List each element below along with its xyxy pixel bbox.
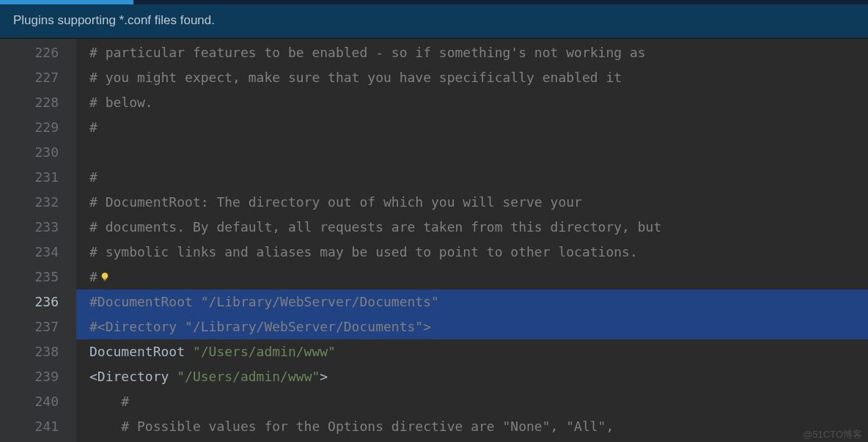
line-number[interactable]: 238 (0, 339, 59, 364)
code-line[interactable]: # (76, 389, 868, 414)
line-number-gutter[interactable]: 2262272282292302312322332342352362372382… (0, 39, 76, 442)
comment-text: # documents. By default, all requests ar… (89, 219, 661, 235)
code-line[interactable] (76, 140, 868, 165)
code-line[interactable]: # (76, 115, 868, 140)
comment-text: # (89, 119, 98, 135)
line-number[interactable]: 228 (0, 90, 59, 115)
code-area[interactable]: # particular features to be enabled - so… (76, 39, 868, 442)
line-number[interactable]: 232 (0, 190, 59, 215)
line-number[interactable]: 239 (0, 364, 59, 389)
comment-text: # DocumentRoot: The directory out of whi… (89, 194, 582, 210)
tag-open: < (89, 369, 98, 384)
directive-key: DocumentRoot (89, 344, 193, 359)
line-number[interactable]: 230 (0, 140, 59, 165)
line-number[interactable]: 240 (0, 389, 59, 414)
line-number[interactable]: 236 (0, 290, 59, 314)
comment-text: # you might expect, make sure that you h… (89, 70, 622, 85)
comment-text: # (89, 269, 98, 284)
line-number[interactable]: 227 (0, 65, 59, 90)
code-editor[interactable]: 2262272282292302312322332342352362372382… (0, 39, 868, 442)
line-number[interactable]: 237 (0, 314, 59, 339)
comment-text: # particular features to be enabled - so… (89, 45, 646, 60)
intention-bulb-icon[interactable] (99, 271, 111, 283)
line-number[interactable]: 233 (0, 215, 59, 240)
line-number[interactable]: 235 (0, 265, 59, 290)
comment-text: #DocumentRoot "/Library/WebServer/Docume… (89, 294, 439, 309)
notification-text: Plugins supporting *.conf files found. (13, 13, 215, 27)
progress-bar (0, 0, 868, 4)
comment-text: # below. (89, 95, 153, 110)
code-line[interactable]: # (76, 265, 868, 290)
code-line[interactable]: # symbolic links and aliases may be used… (76, 240, 868, 265)
tag-name: Directory (98, 369, 169, 384)
line-number[interactable]: 231 (0, 165, 59, 190)
code-line[interactable]: # Possible values for the Options direct… (76, 414, 868, 439)
svg-rect-2 (103, 280, 106, 281)
code-line[interactable]: #<Directory "/Library/WebServer/Document… (76, 314, 868, 339)
line-number[interactable]: 229 (0, 115, 59, 140)
code-line[interactable]: # you might expect, make sure that you h… (76, 65, 868, 90)
code-line[interactable]: # documents. By default, all requests ar… (76, 215, 868, 240)
code-line[interactable]: <Directory "/Users/admin/www"> (76, 364, 868, 389)
tag-arg: "/Users/admin/www" (177, 369, 320, 384)
code-line[interactable]: # DocumentRoot: The directory out of whi… (76, 190, 868, 215)
line-number[interactable]: 241 (0, 414, 59, 439)
code-line[interactable]: # below. (76, 90, 868, 115)
comment-text: # symbolic links and aliases may be used… (89, 244, 638, 259)
blank-line (89, 144, 98, 160)
comment-text: # (89, 169, 98, 185)
progress-bar-fill (0, 0, 133, 4)
comment-text: #<Directory "/Library/WebServer/Document… (89, 319, 431, 334)
code-line[interactable]: # particular features to be enabled - so… (76, 40, 868, 65)
notification-banner[interactable]: Plugins supporting *.conf files found. (0, 4, 868, 38)
comment-text: # (89, 394, 129, 409)
line-number[interactable]: 226 (0, 40, 59, 65)
svg-point-0 (102, 273, 108, 279)
code-line[interactable]: #DocumentRoot "/Library/WebServer/Docume… (76, 290, 868, 314)
comment-text: # Possible values for the Options direct… (89, 419, 614, 434)
line-number[interactable]: 234 (0, 240, 59, 265)
code-line[interactable]: # (76, 165, 868, 190)
directive-value: "/Users/admin/www" (193, 344, 336, 359)
code-line[interactable]: DocumentRoot "/Users/admin/www" (76, 339, 868, 364)
svg-rect-1 (103, 279, 106, 280)
